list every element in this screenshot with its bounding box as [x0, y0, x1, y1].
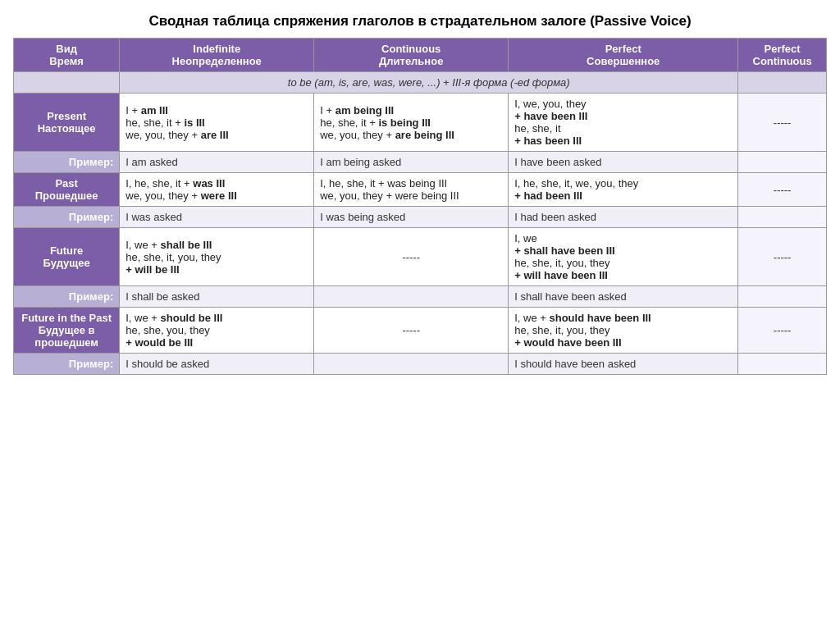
formula-row: to be (am, is, are, was, were, ...) + II…	[14, 72, 827, 94]
future-past-pc: -----	[738, 308, 827, 354]
future-continuous: -----	[314, 228, 509, 286]
grammar-table: Вид Время Indefinite Неопределенное Cont…	[13, 38, 827, 375]
future-example-pc	[738, 286, 827, 308]
past-example-row: Пример: I was asked I was being asked I …	[14, 207, 827, 228]
present-example-row: Пример: I am asked I am being asked I ha…	[14, 152, 827, 173]
future-past-example-perf: I should have been asked	[509, 354, 738, 375]
future-past-example-indef: I should be asked	[120, 354, 314, 375]
present-example-label: Пример:	[14, 152, 120, 173]
future-example-row: Пример: I shall be asked I shall have be…	[14, 286, 827, 308]
future-indefinite: I, we + shall be III he, she, it, you, t…	[120, 228, 314, 286]
present-example-indef: I am asked	[120, 152, 314, 173]
past-example-pc	[738, 207, 827, 228]
future-example-cont	[314, 286, 509, 308]
col-header-tense: Вид Время	[14, 39, 120, 72]
present-indefinite: I + am III he, she, it + is III we, you,…	[120, 94, 314, 152]
present-pc: -----	[738, 94, 827, 152]
past-example-perf: I had been asked	[509, 207, 738, 228]
past-example-cont: I was being asked	[314, 207, 509, 228]
past-indefinite: I, he, she, it + was III we, you, they +…	[120, 173, 314, 207]
future-past-example-row: Пример: I should be asked I should have …	[14, 354, 827, 375]
present-example-cont: I am being asked	[314, 152, 509, 173]
future-past-tense-label: Future in the Past Будущее в прошедшем	[14, 308, 120, 354]
future-perfect: I, we + shall have been III he, she, it,…	[509, 228, 738, 286]
past-example-label: Пример:	[14, 207, 120, 228]
page-title: Сводная таблица спряжения глаголов в стр…	[13, 13, 827, 30]
future-past-row: Future in the Past Будущее в прошедшем I…	[14, 308, 827, 354]
future-past-continuous: -----	[314, 308, 509, 354]
past-perfect: I, he, she, it, we, you, they + had been…	[509, 173, 738, 207]
col-header-continuous: Continuous Длительное	[314, 39, 509, 72]
future-pc: -----	[738, 228, 827, 286]
present-perfect: I, we, you, they + have been III he, she…	[509, 94, 738, 152]
past-tense-label: Past Прошедшее	[14, 173, 120, 207]
present-continuous: I + am being III he, she, it + is being …	[314, 94, 509, 152]
present-example-pc	[738, 152, 827, 173]
col-header-indefinite: Indefinite Неопределенное	[120, 39, 314, 72]
formula-cell: to be (am, is, are, was, were, ...) + II…	[120, 72, 738, 94]
future-past-example-pc	[738, 354, 827, 375]
future-tense-label: Future Будущее	[14, 228, 120, 286]
future-past-perfect: I, we + should have been III he, she, it…	[509, 308, 738, 354]
past-example-indef: I was asked	[120, 207, 314, 228]
future-past-indefinite: I, we + should be III he, she, you, they…	[120, 308, 314, 354]
future-example-label: Пример:	[14, 286, 120, 308]
present-tense-label: Present Настоящее	[14, 94, 120, 152]
future-past-example-cont	[314, 354, 509, 375]
present-example-perf: I have been asked	[509, 152, 738, 173]
past-row: Past Прошедшее I, he, she, it + was III …	[14, 173, 827, 207]
future-past-example-label: Пример:	[14, 354, 120, 375]
past-continuous: I, he, she, it + was being III we, you, …	[314, 173, 509, 207]
present-row: Present Настоящее I + am III he, she, it…	[14, 94, 827, 152]
past-pc: -----	[738, 173, 827, 207]
future-example-indef: I shall be asked	[120, 286, 314, 308]
future-row: Future Будущее I, we + shall be III he, …	[14, 228, 827, 286]
col-header-perfect: Perfect Совершенное	[509, 39, 738, 72]
col-header-pc: Perfect Continuous	[738, 39, 827, 72]
future-example-perf: I shall have been asked	[509, 286, 738, 308]
